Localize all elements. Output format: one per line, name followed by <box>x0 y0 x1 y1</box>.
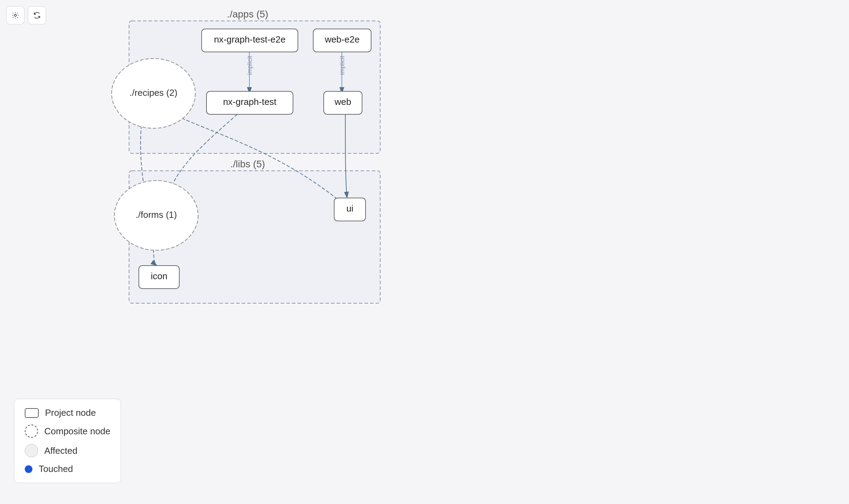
svg-text:ui: ui <box>346 203 353 214</box>
svg-text:implicit: implicit <box>246 56 253 75</box>
svg-text:nx-graph-test: nx-graph-test <box>223 97 277 107</box>
legend-touched-icon <box>25 465 32 473</box>
graph-canvas: ./apps (5) ./libs (5) implicit implicit <box>0 0 849 504</box>
legend-touched-item: Touched <box>25 464 110 474</box>
focus-button[interactable] <box>6 6 24 24</box>
svg-point-0 <box>14 14 16 16</box>
node-forms[interactable]: ./forms (1) <box>114 181 198 250</box>
legend-affected-item: Affected <box>25 444 110 457</box>
libs-group-label: ./libs (5) <box>230 159 265 169</box>
legend-composite-node-label: Composite node <box>44 426 110 437</box>
refresh-button[interactable] <box>28 6 46 24</box>
svg-text:icon: icon <box>151 271 167 281</box>
node-web-e2e[interactable]: web-e2e <box>313 29 371 52</box>
legend: Project node Composite node Affected Tou… <box>14 399 121 483</box>
legend-touched-label: Touched <box>39 464 73 474</box>
legend-project-node-item: Project node <box>25 407 110 418</box>
node-web[interactable]: web <box>324 91 362 114</box>
svg-text:implicit: implicit <box>339 56 346 75</box>
node-ui[interactable]: ui <box>334 198 366 221</box>
node-nx-graph-test[interactable]: nx-graph-test <box>206 91 293 114</box>
legend-affected-icon <box>25 444 38 457</box>
legend-project-node-icon <box>25 408 39 418</box>
legend-composite-node-item: Composite node <box>25 425 110 438</box>
legend-project-node-label: Project node <box>45 407 96 418</box>
svg-text:nx-graph-test-e2e: nx-graph-test-e2e <box>214 34 285 45</box>
toolbar <box>6 6 46 24</box>
node-icon[interactable]: icon <box>139 266 179 289</box>
svg-text:./forms (1): ./forms (1) <box>136 209 177 220</box>
legend-affected-label: Affected <box>44 445 77 456</box>
node-nx-graph-test-e2e[interactable]: nx-graph-test-e2e <box>202 29 298 52</box>
svg-text:./recipes (2): ./recipes (2) <box>129 87 177 98</box>
legend-composite-node-icon <box>25 425 38 438</box>
svg-text:web: web <box>334 97 351 107</box>
svg-text:web-e2e: web-e2e <box>324 34 360 45</box>
node-recipes[interactable]: ./recipes (2) <box>112 59 195 128</box>
apps-group-label: ./apps (5) <box>227 9 268 20</box>
